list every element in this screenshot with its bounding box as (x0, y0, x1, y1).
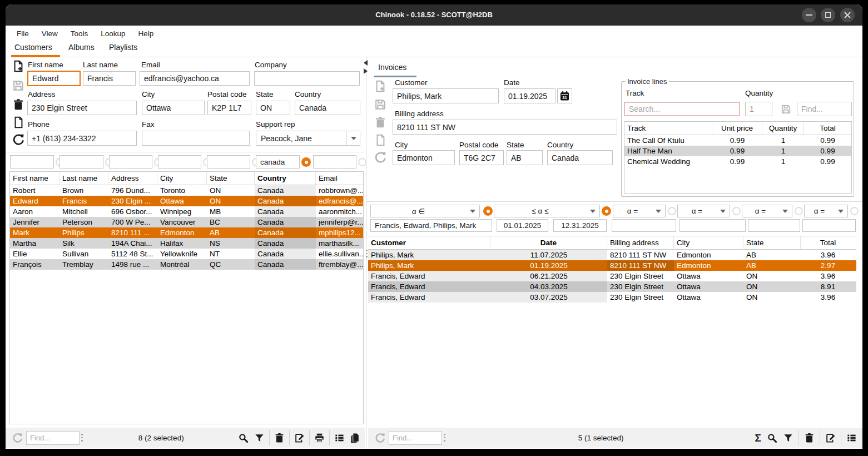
search-button[interactable] (238, 433, 249, 443)
cell-first-name[interactable]: Aaron (10, 206, 59, 217)
date-to-filter[interactable] (553, 219, 607, 232)
menu-file[interactable]: File (17, 29, 29, 38)
table-row[interactable]: RobertBrown796 Dund...TorontoONCanadarob… (10, 185, 363, 196)
cell-address[interactable]: 696 Osbor... (108, 206, 157, 217)
email-field[interactable] (140, 71, 250, 86)
invoices-columns-button[interactable] (846, 433, 857, 443)
total-filter-operator[interactable]: α = (804, 205, 848, 217)
table-row-selected[interactable]: MarkPhilips8210 111 ...EdmontonABCanadam… (10, 227, 363, 238)
cell-first-name[interactable]: Ellie (10, 249, 59, 259)
col-header-city[interactable]: City (674, 236, 743, 249)
status-refresh-button[interactable] (12, 433, 23, 443)
filter-state[interactable] (207, 155, 250, 168)
cell-address[interactable]: 194A Chai... (108, 238, 157, 249)
line-find-input[interactable] (797, 102, 852, 116)
invoice-state-field[interactable] (507, 150, 543, 165)
invoice-date-field[interactable] (504, 88, 555, 103)
cell-last-name[interactable]: Brown (59, 185, 108, 196)
support-rep-dropdown-arrow[interactable] (346, 131, 360, 145)
date-picker-button[interactable]: 31 (557, 88, 572, 103)
minimize-button[interactable] (802, 8, 816, 22)
cell-city[interactable]: Edmonton (157, 227, 207, 238)
billing-address-field[interactable] (393, 120, 617, 135)
filter-button[interactable] (254, 433, 265, 443)
cell-first-name[interactable]: Edward (10, 196, 59, 206)
cell-total[interactable]: 2.97 (801, 260, 855, 271)
cell-state[interactable]: ON (743, 281, 801, 292)
city-filter-indicator[interactable] (732, 207, 741, 215)
col-header-state[interactable]: State (743, 236, 801, 249)
cell-quantity[interactable]: 1 (762, 135, 804, 146)
cell-first-name[interactable]: Robert (10, 185, 59, 196)
close-button[interactable] (840, 8, 855, 22)
billing-filter-indicator[interactable] (668, 207, 676, 215)
col-header-quantity[interactable]: Quantity (762, 122, 804, 135)
cell-address[interactable]: 8210 111 ... (108, 227, 157, 238)
cell-first-name[interactable]: Jennifer (10, 217, 59, 227)
invoices-filter-button[interactable] (783, 433, 793, 443)
invoice-row[interactable]: Philips, Mark11.07.20258210 111 ST NWEdm… (368, 250, 856, 260)
cell-state[interactable]: AB (207, 227, 255, 238)
cell-quantity[interactable]: 1 (762, 156, 804, 167)
table-row[interactable]: EllieSullivan5112 48 St...YellowknifeNTC… (10, 249, 363, 259)
cell-city[interactable]: Ottawa (674, 271, 743, 281)
cell-state[interactable]: AB (743, 250, 801, 260)
cell-email[interactable]: aaronmitch... (316, 206, 363, 217)
col-header-state[interactable]: State (207, 172, 255, 185)
cell-country[interactable]: Canada (255, 217, 316, 227)
col-header-customer[interactable]: Customer (368, 236, 490, 249)
cell-city[interactable]: Winnipeg (157, 206, 207, 217)
invoice-postal-field[interactable] (459, 150, 504, 165)
cell-total[interactable]: 8.91 (801, 281, 855, 292)
cell-last-name[interactable]: Mitchell (59, 206, 108, 217)
filter-email[interactable] (313, 155, 356, 168)
invoice-save-button[interactable] (374, 98, 386, 111)
col-header-total[interactable]: Total (801, 236, 855, 249)
cell-total[interactable]: 3.96 (801, 292, 855, 303)
cell-unit-price[interactable]: 0.99 (712, 146, 762, 156)
total-filter-indicator[interactable] (850, 207, 859, 215)
dropdown-arrow-icon[interactable] (834, 205, 847, 217)
invoice-row[interactable]: Francis, Edward03.07.2025230 Elgin Stree… (368, 292, 856, 303)
customer-filter-value[interactable] (370, 219, 492, 232)
phone-field[interactable] (27, 131, 137, 146)
cell-last-name[interactable]: Peterson (59, 217, 108, 227)
date-filter-operator[interactable]: ≤ α ≤ (494, 205, 600, 217)
state-filter-value[interactable] (748, 219, 800, 232)
tab-invoices[interactable]: Invoices (378, 63, 406, 75)
last-name-field[interactable] (83, 71, 136, 86)
invoices-edit-button[interactable] (825, 433, 836, 443)
collapse-left-arrow[interactable] (364, 60, 368, 66)
cell-date[interactable]: 03.07.2025 (490, 292, 607, 303)
cell-billing[interactable]: 8210 111 ST NW (607, 260, 674, 271)
sum-button[interactable]: Σ (755, 433, 761, 443)
delete-rows-button[interactable] (274, 433, 285, 443)
invoice-row[interactable]: Francis, Edward04.03.2025230 Elgin Stree… (368, 281, 856, 292)
cell-unit-price[interactable]: 0.99 (712, 156, 762, 167)
delete-button[interactable] (12, 98, 24, 111)
invoice-refresh-button[interactable] (374, 151, 386, 163)
cell-date[interactable]: 11.07.2025 (490, 250, 607, 260)
cell-state[interactable]: MB (207, 206, 255, 217)
date-from-filter[interactable] (497, 219, 548, 232)
col-header-email[interactable]: Email (316, 172, 363, 185)
postal-code-field[interactable] (207, 101, 251, 115)
cell-city[interactable]: Halifax (157, 238, 207, 249)
col-header-city[interactable]: City (157, 172, 207, 185)
col-header-billing[interactable]: Billing address (607, 236, 674, 249)
cell-first-name[interactable]: François (10, 259, 59, 270)
cell-email[interactable]: ftremblay@... (316, 259, 363, 270)
dropdown-arrow-icon[interactable] (652, 205, 665, 217)
invoice-city-field[interactable] (393, 150, 455, 165)
edit-button[interactable] (294, 433, 305, 443)
address-field[interactable] (27, 101, 137, 115)
cell-total[interactable]: 3.96 (801, 271, 855, 281)
table-row-selected[interactable]: EdwardFrancis230 Elgin ...OttawaONCanada… (10, 196, 363, 206)
invoice-copy-button[interactable] (374, 134, 386, 146)
resize-handle[interactable] (442, 434, 447, 442)
invoice-delete-button[interactable] (374, 116, 386, 128)
cell-email[interactable]: edfrancis@... (316, 196, 363, 206)
cell-track[interactable]: Chemical Wedding (624, 156, 712, 167)
city-filter-operator[interactable]: α = (677, 205, 730, 217)
dropdown-arrow-icon[interactable] (716, 205, 730, 217)
